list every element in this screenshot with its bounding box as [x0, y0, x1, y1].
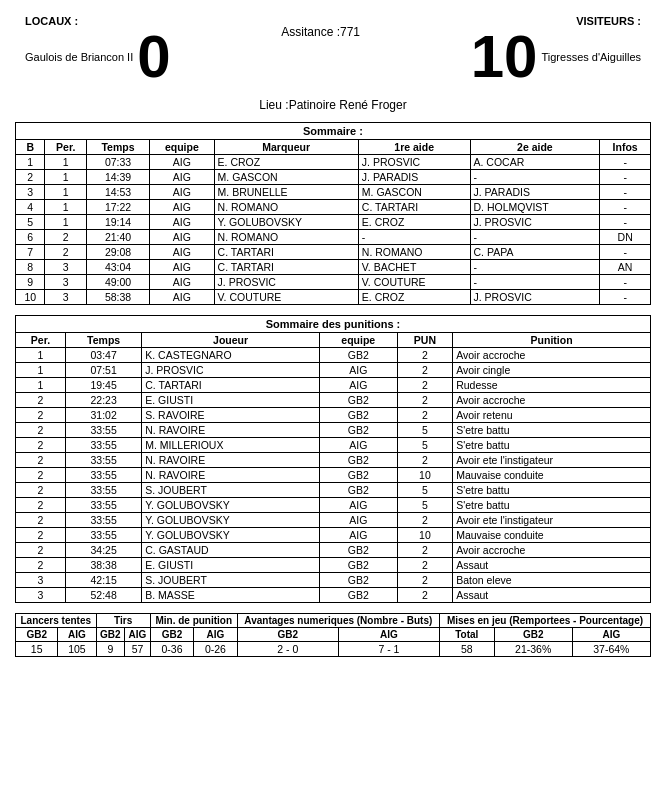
sommaire-cell: - — [470, 275, 600, 290]
sommaire-cell: 14:39 — [86, 170, 149, 185]
punitions-cell: AIG — [319, 513, 397, 528]
sommaire-cell: 1 — [45, 215, 86, 230]
punitions-cell: GB2 — [319, 453, 397, 468]
sommaire-cell: J. PARADIS — [358, 170, 470, 185]
punitions-cell: GB2 — [319, 468, 397, 483]
punitions-cell: 1 — [16, 378, 66, 393]
punitions-cell: 2 — [397, 573, 453, 588]
punitions-cell: S'etre battu — [453, 423, 651, 438]
header-center: Assitance :771 — [281, 15, 360, 39]
punitions-cell: 10 — [397, 468, 453, 483]
sommaire-cell: - — [600, 245, 651, 260]
punitions-cell: C. TARTARI — [142, 378, 320, 393]
sommaire-cell: M. BRUNELLE — [214, 185, 358, 200]
table-row: 2114:39AIGM. GASCONJ. PARADIS-- — [16, 170, 651, 185]
punitions-cell: 2 — [16, 558, 66, 573]
punitions-col-header: PUN — [397, 333, 453, 348]
table-row: 7229:08AIGC. TARTARIN. ROMANOC. PAPA- — [16, 245, 651, 260]
lieu: Lieu :Patinoire René Froger — [15, 98, 651, 112]
punitions-cell: J. PROSVIC — [142, 363, 320, 378]
header: LOCAUX : Gaulois de Briancon II 0 Assita… — [15, 10, 651, 92]
sommaire-cell: 10 — [16, 290, 45, 305]
sommaire-col-header: B — [16, 140, 45, 155]
sommaire-cell: 1 — [45, 155, 86, 170]
punitions-cell: AIG — [319, 498, 397, 513]
punitions-cell: 5 — [397, 483, 453, 498]
sommaire-cell: J. PARADIS — [470, 185, 600, 200]
punitions-cell: 33:55 — [66, 438, 142, 453]
punitions-cell: 2 — [397, 363, 453, 378]
punitions-cell: 2 — [16, 468, 66, 483]
sommaire-header-row: BPer.TempsequipeMarqueur1re aide2e aideI… — [16, 140, 651, 155]
min-aig-header: AIG — [194, 628, 237, 642]
table-row: 6221:40AIGN. ROMANO--DN — [16, 230, 651, 245]
punitions-col-header: Punition — [453, 333, 651, 348]
sommaire-cell: - — [470, 230, 600, 245]
punitions-cell: 33:55 — [66, 513, 142, 528]
local-team-name: Gaulois de Briancon II — [25, 51, 133, 63]
locaux-label: LOCAUX : — [25, 15, 78, 27]
sommaire-cell: AIG — [150, 245, 214, 260]
sommaire-cell: 49:00 — [86, 275, 149, 290]
sommaire-cell: AIG — [150, 230, 214, 245]
punitions-cell: Avoir retenu — [453, 408, 651, 423]
sommaire-cell: 8 — [16, 260, 45, 275]
sommaire-cell: - — [600, 200, 651, 215]
min-punition-header: Min. de punition — [150, 614, 237, 628]
punitions-cell: Avoir accroche — [453, 348, 651, 363]
punitions-cell: 33:55 — [66, 528, 142, 543]
sommaire-cell: - — [470, 260, 600, 275]
punitions-cell: 2 — [397, 558, 453, 573]
punitions-cell: K. CASTEGNARO — [142, 348, 320, 363]
sommaire-cell: - — [600, 275, 651, 290]
sommaire-cell: 14:53 — [86, 185, 149, 200]
punitions-cell: Mauvaise conduite — [453, 528, 651, 543]
sommaire-cell: N. ROMANO — [214, 200, 358, 215]
sommaire-cell: 4 — [16, 200, 45, 215]
table-row: 231:02S. RAVOIREGB22Avoir retenu — [16, 408, 651, 423]
table-row: 107:51J. PROSVICAIG2Avoir cingle — [16, 363, 651, 378]
punitions-cell: Y. GOLUBOVSKY — [142, 513, 320, 528]
local-section: LOCAUX : Gaulois de Briancon II 0 — [25, 15, 171, 87]
punitions-cell: 3 — [16, 588, 66, 603]
punitions-cell: 5 — [397, 438, 453, 453]
visiteurs-label: VISITEURS : — [576, 15, 641, 27]
assistance: Assitance :771 — [281, 25, 360, 39]
mj-aig-header: AIG — [572, 628, 650, 642]
sommaire-cell: 2 — [45, 245, 86, 260]
table-row: 10358:38AIGV. COUTUREE. CROZJ. PROSVIC- — [16, 290, 651, 305]
punitions-col-header: equipe — [319, 333, 397, 348]
sommaire-col-header: equipe — [150, 140, 214, 155]
sommaire-cell: AN — [600, 260, 651, 275]
sommaire-cell: AIG — [150, 200, 214, 215]
punitions-cell: Assaut — [453, 558, 651, 573]
punitions-cell: GB2 — [319, 483, 397, 498]
table-row: 233:55Y. GOLUBOVSKYAIG5S'etre battu — [16, 498, 651, 513]
sommaire-cell: 1 — [16, 155, 45, 170]
punitions-cell: 2 — [16, 543, 66, 558]
table-row: 119:45C. TARTARIAIG2Rudesse — [16, 378, 651, 393]
punitions-cell: Avoir accroche — [453, 543, 651, 558]
av-aig-val: 7 - 1 — [338, 642, 439, 657]
punitions-cell: GB2 — [319, 558, 397, 573]
punitions-cell: S'etre battu — [453, 438, 651, 453]
tirs-aig-val: 57 — [125, 642, 151, 657]
sommaire-cell: 43:04 — [86, 260, 149, 275]
sommaire-cell: 3 — [45, 290, 86, 305]
punitions-cell: 2 — [16, 483, 66, 498]
punitions-cell: 2 — [16, 393, 66, 408]
punitions-cell: S. RAVOIRE — [142, 408, 320, 423]
table-row: 103:47K. CASTEGNAROGB22Avoir accroche — [16, 348, 651, 363]
sommaire-cell: Y. GOLUBOVSKY — [214, 215, 358, 230]
punitions-cell: AIG — [319, 438, 397, 453]
punitions-cell: Y. GOLUBOVSKY — [142, 528, 320, 543]
sommaire-cell: E. CROZ — [358, 215, 470, 230]
punitions-cell: AIG — [319, 363, 397, 378]
table-row: 5119:14AIGY. GOLUBOVSKYE. CROZJ. PROSVIC… — [16, 215, 651, 230]
punitions-cell: 2 — [397, 543, 453, 558]
sommaire-cell: E. CROZ — [358, 290, 470, 305]
table-row: 4117:22AIGN. ROMANOC. TARTARID. HOLMQVIS… — [16, 200, 651, 215]
visitor-team-name: Tigresses d'Aiguilles — [541, 51, 641, 63]
punitions-cell: 03:47 — [66, 348, 142, 363]
sommaire-cell: 9 — [16, 275, 45, 290]
